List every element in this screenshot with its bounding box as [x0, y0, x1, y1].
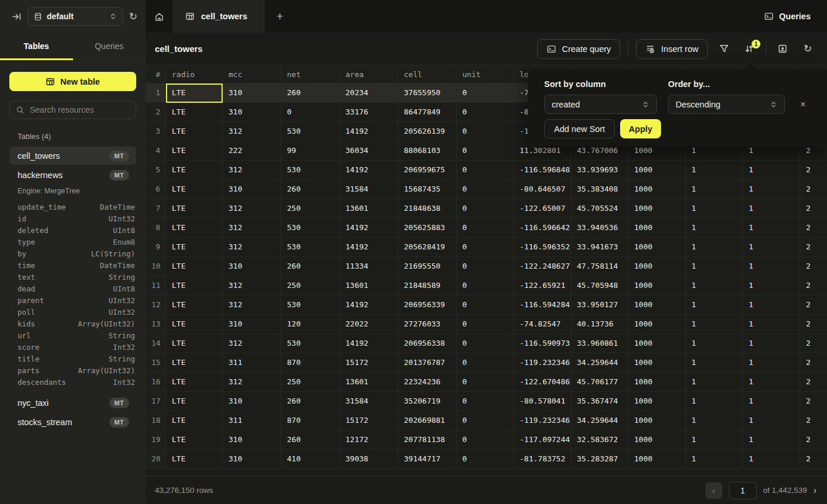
- table-cell[interactable]: 0: [456, 411, 514, 430]
- sort-column-select[interactable]: created: [544, 95, 657, 114]
- table-cell[interactable]: 15172: [340, 411, 398, 430]
- table-cell[interactable]: 2: [800, 218, 827, 238]
- table-cell[interactable]: 1: [686, 450, 743, 469]
- table-cell[interactable]: 35.283287: [571, 450, 628, 469]
- table-cell[interactable]: 0: [456, 238, 514, 257]
- table-cell[interactable]: 2: [800, 257, 827, 276]
- table-cell[interactable]: -116.590973: [514, 334, 571, 353]
- table-cell[interactable]: LTE: [166, 430, 223, 450]
- table-cell[interactable]: 39038: [340, 450, 398, 469]
- table-cell[interactable]: -119.232346: [514, 353, 571, 373]
- column-header-net[interactable]: net: [281, 66, 340, 84]
- table-cell[interactable]: 312: [223, 218, 281, 238]
- table-cell[interactable]: 202669881: [398, 411, 456, 430]
- new-tab-button[interactable]: +: [265, 0, 295, 33]
- table-cell[interactable]: 310: [223, 430, 281, 450]
- table-cell[interactable]: 2: [800, 180, 827, 199]
- table-cell[interactable]: 310: [223, 180, 281, 199]
- sidebar-tab-queries[interactable]: Queries: [73, 33, 146, 60]
- table-cell[interactable]: 13601: [340, 199, 398, 218]
- table-cell[interactable]: 13601: [340, 373, 398, 392]
- column-header-mcc[interactable]: mcc: [223, 66, 281, 84]
- table-cell[interactable]: 88068103: [398, 141, 456, 161]
- table-cell[interactable]: 33176: [340, 103, 398, 122]
- table-cell[interactable]: 2: [800, 276, 827, 296]
- table-cell[interactable]: 1: [686, 199, 743, 218]
- download-button[interactable]: [774, 39, 791, 59]
- table-cell[interactable]: 1: [686, 161, 743, 180]
- table-cell[interactable]: 2: [800, 353, 827, 373]
- table-cell[interactable]: 2: [800, 373, 827, 392]
- remove-sort-button[interactable]: ×: [794, 95, 812, 114]
- table-cell[interactable]: LTE: [166, 122, 223, 141]
- table-cell[interactable]: 21848638: [398, 199, 456, 218]
- table-cell[interactable]: 1: [743, 334, 800, 353]
- table-cell[interactable]: 27276033: [398, 315, 456, 334]
- table-cell[interactable]: 45.705524: [571, 199, 628, 218]
- table-cell[interactable]: -122.65007: [514, 199, 571, 218]
- insert-row-button[interactable]: Insert row: [636, 39, 708, 59]
- sort-order-select[interactable]: Descending: [668, 95, 785, 114]
- table-cell[interactable]: 530: [281, 161, 340, 180]
- table-cell[interactable]: LTE: [166, 161, 223, 180]
- sidebar-table-stocks_stream[interactable]: stocks_streamMT: [9, 413, 136, 431]
- filter-button[interactable]: [715, 39, 733, 59]
- table-cell[interactable]: -80.646507: [514, 180, 571, 199]
- table-cell[interactable]: 1: [686, 238, 743, 257]
- table-cell[interactable]: 15687435: [398, 180, 456, 199]
- table-cell[interactable]: 0: [456, 103, 514, 122]
- table-cell[interactable]: 260: [281, 392, 340, 411]
- table-cell[interactable]: 1000: [628, 180, 686, 199]
- table-cell[interactable]: 1: [743, 257, 800, 276]
- table-cell[interactable]: 870: [281, 411, 340, 430]
- table-cell[interactable]: 0: [456, 276, 514, 296]
- table-cell[interactable]: 31584: [340, 392, 398, 411]
- table-cell[interactable]: 35206719: [398, 392, 456, 411]
- table-cell[interactable]: 1: [743, 296, 800, 315]
- table-cell[interactable]: 530: [281, 122, 340, 141]
- table-cell[interactable]: -74.82547: [514, 315, 571, 334]
- table-cell[interactable]: 1: [686, 296, 743, 315]
- sidebar-tab-tables[interactable]: Tables: [0, 33, 73, 60]
- table-cell[interactable]: 22324236: [398, 373, 456, 392]
- table-cell[interactable]: 0: [456, 257, 514, 276]
- table-cell[interactable]: 1: [743, 238, 800, 257]
- page-number-input[interactable]: [729, 482, 757, 499]
- table-cell[interactable]: 120: [281, 315, 340, 334]
- table-cell[interactable]: 0: [456, 141, 514, 161]
- table-cell[interactable]: 34.259644: [571, 411, 628, 430]
- table-cell[interactable]: 0: [456, 315, 514, 334]
- table-cell[interactable]: 0: [281, 103, 340, 122]
- table-cell[interactable]: 14192: [340, 334, 398, 353]
- table-cell[interactable]: 14192: [340, 122, 398, 141]
- table-cell[interactable]: 1000: [628, 161, 686, 180]
- column-header-area[interactable]: area: [340, 66, 398, 84]
- table-cell[interactable]: 312: [223, 296, 281, 315]
- table-cell[interactable]: LTE: [166, 276, 223, 296]
- refresh-table-button[interactable]: ↻: [799, 39, 816, 59]
- table-cell[interactable]: 1: [743, 411, 800, 430]
- table-cell[interactable]: 312: [223, 161, 281, 180]
- table-cell[interactable]: 530: [281, 334, 340, 353]
- table-cell[interactable]: 1: [686, 218, 743, 238]
- column-header-radio[interactable]: radio: [166, 66, 223, 84]
- table-cell[interactable]: 310: [223, 392, 281, 411]
- table-cell[interactable]: -122.248627: [514, 257, 571, 276]
- table-cell[interactable]: 35.383408: [571, 180, 628, 199]
- table-cell[interactable]: 2: [800, 296, 827, 315]
- table-cell[interactable]: 14192: [340, 238, 398, 257]
- table-cell[interactable]: 1: [686, 392, 743, 411]
- table-cell[interactable]: 205625883: [398, 218, 456, 238]
- table-cell[interactable]: -81.783752: [514, 450, 571, 469]
- table-cell[interactable]: 530: [281, 218, 340, 238]
- table-cell[interactable]: 1: [686, 276, 743, 296]
- table-cell[interactable]: 250: [281, 276, 340, 296]
- table-cell[interactable]: 0: [456, 180, 514, 199]
- table-cell[interactable]: -122.670486: [514, 373, 571, 392]
- table-cell[interactable]: 47.758114: [571, 257, 628, 276]
- table-cell[interactable]: 1: [743, 373, 800, 392]
- table-cell[interactable]: 1000: [628, 296, 686, 315]
- table-cell[interactable]: 1: [743, 199, 800, 218]
- create-query-button[interactable]: Create query: [537, 39, 621, 59]
- table-cell[interactable]: 311: [223, 353, 281, 373]
